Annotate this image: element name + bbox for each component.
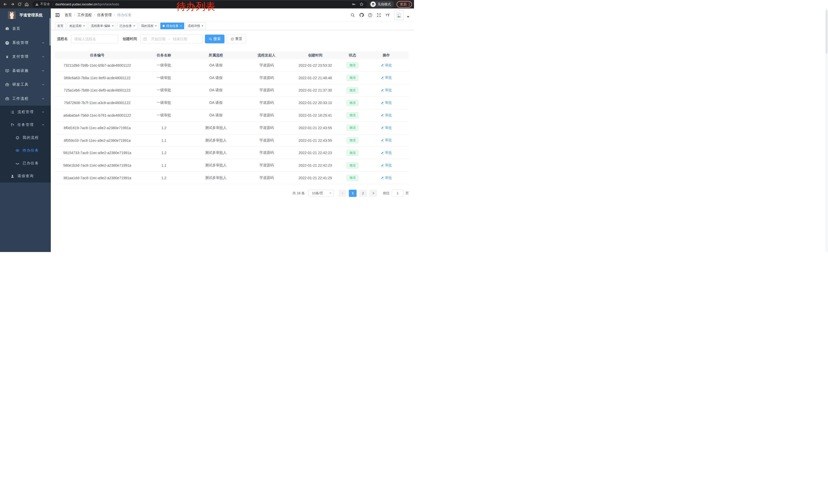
tab-todo-task[interactable]: 待办任务× <box>160 22 184 29</box>
fullscreen-icon[interactable] <box>375 11 383 19</box>
sidebar-item-infrastructure[interactable]: 基础设施 <box>0 64 51 78</box>
font-size-icon[interactable]: TT <box>384 11 391 19</box>
approve-link[interactable]: 审批 <box>381 176 392 180</box>
status-cell: 激活 <box>341 87 364 93</box>
help-icon[interactable] <box>366 11 374 19</box>
bookmark-star-icon[interactable] <box>358 1 365 7</box>
start-date-input[interactable] <box>149 37 168 41</box>
sidebar-item-payment[interactable]: ¥支付管理 <box>0 50 51 64</box>
approve-link[interactable]: 审批 <box>381 100 392 105</box>
tab-home[interactable]: 首页 <box>55 22 66 29</box>
sidebar-item-process-management[interactable]: 流程管理 <box>0 106 51 119</box>
close-tab-icon[interactable]: × <box>133 25 135 28</box>
column-header: 任务名称 <box>139 53 188 58</box>
approve-link[interactable]: 审批 <box>381 126 392 130</box>
app-title: 芋道管理系统 <box>19 13 43 18</box>
sidebar-item-task-management[interactable]: 任务管理 <box>0 119 51 131</box>
chevron-down-icon <box>42 41 45 44</box>
sidebar-item-home[interactable]: 首页 <box>0 22 51 36</box>
task-name-cell: 一级审批 <box>139 63 188 68</box>
sidebar-item-my-process[interactable]: 我的流程 <box>0 131 51 144</box>
close-tab-icon[interactable]: × <box>155 25 157 28</box>
approve-link[interactable]: 审批 <box>381 150 392 155</box>
column-header: 创建时间 <box>290 53 341 58</box>
search-icon[interactable] <box>349 11 357 19</box>
sidebar-item-todo-task[interactable]: 待办任务 <box>0 144 51 157</box>
next-page-button[interactable] <box>369 190 377 197</box>
chevron-down-icon <box>42 83 45 86</box>
github-icon[interactable] <box>358 11 365 19</box>
status-badge: 激活 <box>346 175 358 181</box>
browser-forward-button[interactable] <box>9 1 16 8</box>
date-range-picker[interactable]: - <box>140 35 203 43</box>
close-tab-icon[interactable]: × <box>202 25 203 28</box>
sidebar-scrollbar-thumb[interactable] <box>49 18 50 46</box>
update-button[interactable]: 更新 <box>397 1 412 8</box>
sidebar-item-system[interactable]: 系统管理 <box>0 36 51 50</box>
approve-link[interactable]: 审批 <box>381 138 392 142</box>
approve-link[interactable]: 审批 <box>381 163 392 168</box>
app-logo-row[interactable]: 芋道管理系统 <box>0 8 51 22</box>
table-row: 725a1eb6-7b88-11ec-8ef0-acde48001122一级审批… <box>55 84 409 97</box>
sidebar-item-dev-tools[interactable]: 研发工具 <box>0 78 51 92</box>
collapse-sidebar-icon[interactable] <box>55 12 60 18</box>
security-label[interactable]: 不安全 <box>40 2 50 6</box>
status-badge: 激活 <box>346 137 358 143</box>
search-button[interactable]: 搜索 <box>205 35 224 43</box>
status-cell: 激活 <box>341 112 364 118</box>
tab-done-task[interactable]: 已办任务× <box>117 22 137 29</box>
action-cell: 审批 <box>364 126 409 131</box>
address-bar[interactable]: 不安全 dashboard.yudao.iocoder.cn/bpm/task/… <box>32 1 367 8</box>
password-key-icon[interactable] <box>350 1 357 7</box>
sidebar-item-workflow[interactable]: 工作流程 <box>0 92 51 106</box>
close-tab-icon[interactable]: × <box>83 25 85 28</box>
sidebar-item-leave-query[interactable]: 请假查询 <box>0 170 51 183</box>
action-cell: 审批 <box>364 75 409 80</box>
page-size-select[interactable]: 10条/页 <box>308 190 334 197</box>
edit-pencil-icon <box>381 63 385 67</box>
goto-page-input[interactable] <box>392 190 404 197</box>
initiator-cell: 芋道源码 <box>243 88 290 93</box>
close-tab-icon[interactable]: × <box>180 25 182 28</box>
process-cell: OA 请假 <box>188 76 243 80</box>
breadcrumb-item[interactable]: 首页 <box>65 13 72 17</box>
page-button-1[interactable]: 1 <box>349 190 357 197</box>
close-tab-icon[interactable]: × <box>112 25 114 28</box>
tab-process-detail[interactable]: 流程详情× <box>185 22 206 29</box>
pagination: 共 16 条10条/页12前往页 <box>55 190 409 197</box>
user-menu-caret-icon[interactable] <box>407 16 409 18</box>
reset-button[interactable]: 重置 <box>227 35 246 43</box>
url-text[interactable]: dashboard.yudao.iocoder.cn/bpm/task/todo <box>55 2 119 6</box>
browser-reload-button[interactable] <box>16 1 23 8</box>
status-badge: 激活 <box>346 75 358 81</box>
breadcrumb-item[interactable]: 任务管理 <box>97 13 112 17</box>
tab-my-process[interactable]: 我的流程× <box>139 22 159 29</box>
browser-toolbar: 不安全 dashboard.yudao.iocoder.cn/bpm/task/… <box>0 0 414 8</box>
process-name-label: 流程名 <box>57 37 68 41</box>
task-name-cell: 一级审批 <box>139 76 188 80</box>
process-cell: 测试多审批人 <box>188 163 243 168</box>
approve-link[interactable]: 审批 <box>381 113 392 118</box>
process-name-input[interactable] <box>71 35 118 43</box>
column-header: 操作 <box>364 53 409 58</box>
task-name-cell: 一级审批 <box>139 100 188 105</box>
approve-link[interactable]: 审批 <box>381 88 392 93</box>
avatar[interactable] <box>394 10 404 20</box>
status-cell: 激活 <box>341 137 364 143</box>
tab-start-process[interactable]: 发起流程× <box>67 22 87 29</box>
browser-home-button[interactable] <box>23 1 30 8</box>
approve-link[interactable]: 审批 <box>381 75 392 80</box>
approve-link[interactable]: 审批 <box>381 63 392 68</box>
browser-back-button[interactable] <box>2 1 9 8</box>
goto-label: 前往 <box>383 191 389 196</box>
table-row: 75d72608-7b7f-11ec-a3c8-acde48001122一级审批… <box>55 97 409 109</box>
action-cell: 审批 <box>364 63 409 68</box>
tab-form-edit[interactable]: 流程表单-编辑× <box>88 22 116 29</box>
prev-page-button[interactable] <box>339 190 346 197</box>
end-date-input[interactable] <box>170 37 190 41</box>
browser-menu-icon[interactable] <box>409 3 410 6</box>
breadcrumb-separator: / <box>94 13 95 17</box>
breadcrumb-item[interactable]: 工作流程 <box>78 13 92 17</box>
page-button-2[interactable]: 2 <box>359 190 367 197</box>
sidebar-item-done-task[interactable]: 已办任务 <box>0 157 51 170</box>
